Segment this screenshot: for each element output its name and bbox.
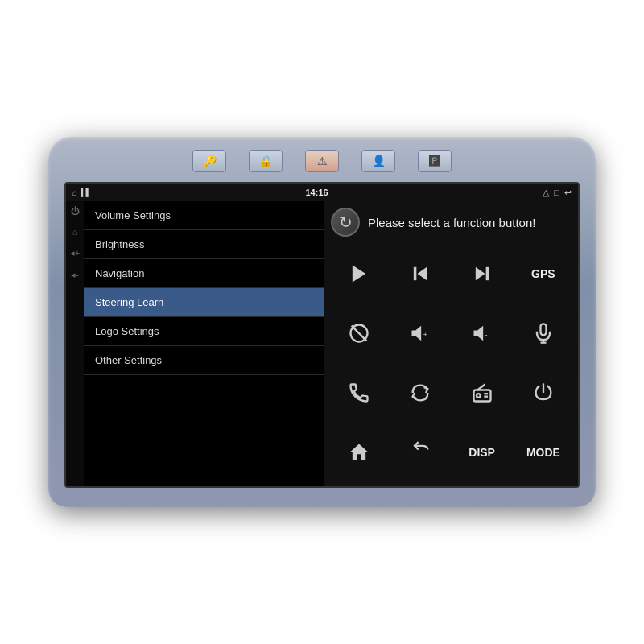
status-bar: ⌂ ▌▌ 14:16 △ □ ↩	[66, 184, 578, 201]
refresh-button[interactable]: ↻	[331, 208, 360, 237]
svg-point-15	[477, 394, 481, 398]
sidebar-item-logo[interactable]: Logo Settings	[84, 317, 324, 346]
main-screen: ⌂ ▌▌ 14:16 △ □ ↩ ⏻ ⌂ ◂+ ◂- Volume Settin…	[64, 182, 580, 488]
top-hardware-bar: 🔑 🔒 ⚠ 👤 🅿	[56, 143, 588, 179]
svg-marker-1	[418, 267, 427, 280]
svg-marker-7	[412, 326, 422, 341]
phone-button[interactable]	[331, 365, 387, 420]
svg-rect-11	[540, 324, 546, 335]
prompt-text: Please select a function button!	[368, 216, 535, 229]
sidebar-item-volume[interactable]: Volume Settings	[84, 201, 324, 230]
content-header: ↻ Please select a function button!	[331, 208, 572, 237]
svg-rect-4	[485, 267, 489, 280]
time-display: 14:16	[306, 188, 328, 197]
person-button[interactable]: 👤	[361, 150, 395, 172]
svg-text:+: +	[423, 331, 427, 339]
sidebar-item-navigation[interactable]: Navigation	[84, 259, 324, 288]
mic-button[interactable]	[515, 306, 572, 361]
signal-icon: ▌▌	[80, 188, 91, 196]
status-right: △ □ ↩	[543, 188, 572, 198]
svg-line-6	[352, 326, 367, 341]
hazard-button[interactable]: ⚠	[305, 150, 339, 172]
function-content-area: ↻ Please select a function button!	[324, 201, 578, 486]
svg-marker-9	[473, 326, 483, 341]
key-button[interactable]: 🔑	[192, 150, 226, 172]
function-buttons-grid: GPS +	[331, 246, 572, 480]
svg-rect-2	[414, 267, 417, 280]
next-track-button[interactable]	[454, 246, 510, 301]
mute-button[interactable]	[331, 306, 387, 361]
window-icon[interactable]: □	[554, 188, 559, 197]
main-content-area: ⏻ ⌂ ◂+ ◂- Volume Settings Brightness Nav…	[66, 201, 578, 486]
vol-up-edge-icon[interactable]: ◂+	[70, 248, 80, 258]
home-status-icon[interactable]: ⌂	[72, 188, 77, 197]
svg-marker-3	[475, 267, 485, 280]
refresh-icon: ↻	[339, 213, 353, 232]
source-rotate-button[interactable]	[392, 365, 448, 420]
mode-button[interactable]: MODE	[515, 425, 572, 480]
sidebar-item-other[interactable]: Other Settings	[84, 346, 324, 375]
radio-button[interactable]	[454, 365, 510, 420]
gps-button[interactable]: GPS	[515, 246, 572, 301]
disp-button[interactable]: DISP	[454, 425, 510, 480]
car-headunit-device: 🔑 🔒 ⚠ 👤 🅿 ⌂ ▌▌ 14:16 △ □ ↩ ⏻ ⌂	[48, 137, 596, 507]
sidebar-item-brightness[interactable]: Brightness	[84, 230, 324, 259]
prev-track-button[interactable]	[392, 246, 448, 301]
svg-text:-: -	[485, 331, 487, 339]
left-edge-bar: ⏻ ⌂ ◂+ ◂-	[66, 201, 84, 486]
lock-button[interactable]: 🔒	[249, 150, 283, 172]
power-edge-icon[interactable]: ⏻	[71, 206, 80, 216]
parking-button[interactable]: 🅿	[418, 150, 452, 172]
volume-up-button[interactable]: +	[392, 306, 448, 361]
sidebar-item-steering[interactable]: Steering Learn	[84, 288, 324, 317]
power-button[interactable]	[515, 365, 572, 420]
vol-down-edge-icon[interactable]: ◂-	[71, 270, 79, 280]
back-nav-icon[interactable]: ↩	[564, 188, 572, 198]
sidebar-menu: Volume Settings Brightness Navigation St…	[84, 201, 324, 486]
home-btn-grid[interactable]	[331, 425, 387, 480]
back-btn-grid[interactable]	[392, 425, 448, 480]
volume-down-button[interactable]: -	[454, 306, 510, 361]
status-left: ⌂ ▌▌	[72, 188, 91, 197]
play-button[interactable]	[331, 246, 387, 301]
home-edge-icon[interactable]: ⌂	[72, 227, 78, 237]
expand-icon[interactable]: △	[543, 188, 549, 198]
svg-marker-0	[353, 266, 365, 283]
